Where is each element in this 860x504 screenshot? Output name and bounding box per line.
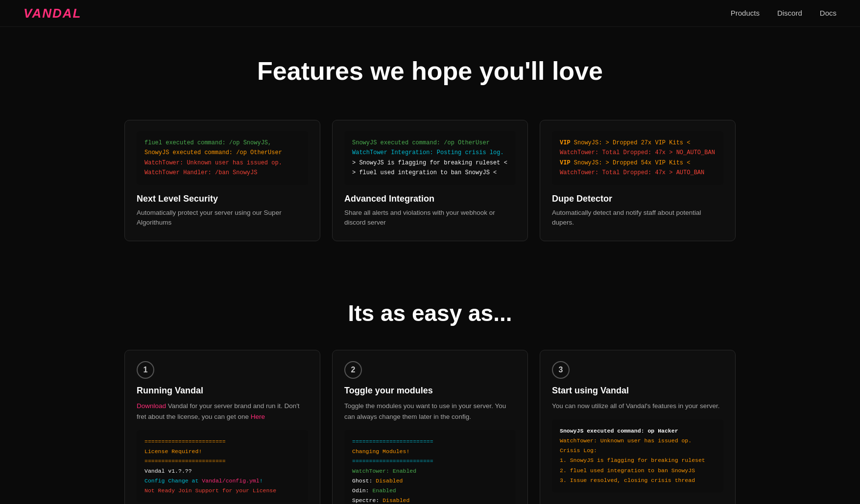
- terminal-line-3: VIP SnowyJS: > Dropped 54x VIP Kits <: [560, 160, 690, 166]
- terminal-line-4: WatchTower Handler: /ban SnowyJS: [144, 169, 257, 176]
- step-card-1: 1 Running Vandal Download Vandal for you…: [124, 350, 320, 504]
- feature-title-integration: Advanced Integration: [344, 194, 516, 204]
- hero-section: Features we hope you'll love: [0, 27, 860, 120]
- terminal-security: fluel executed command: /op SnowyJS, Sno…: [137, 131, 308, 185]
- terminal-integration: SnowyJS executed command: /op OtherUser …: [344, 131, 516, 185]
- steps-title: Its as easy as...: [39, 300, 821, 326]
- terminal-s3-l3: Crisis Log:: [560, 447, 597, 454]
- nav-links: Products Discord Docs: [731, 9, 836, 18]
- nav-item-discord[interactable]: Discord: [777, 9, 802, 18]
- feature-desc-security: Automatically protect your server using …: [137, 208, 308, 229]
- terminal-s1-l5: Config Change at Vandal/config.yml!: [144, 478, 263, 484]
- terminal-s3-l1: SnowyJS executed command: op Hacker: [560, 428, 678, 434]
- terminal-s2-l1: ========================: [352, 438, 433, 445]
- nav-link-discord[interactable]: Discord: [777, 9, 802, 17]
- here-link[interactable]: Here: [251, 413, 265, 420]
- feature-card-integration: SnowyJS executed command: /op OtherUser …: [332, 120, 528, 241]
- feature-title-dupe: Dupe Detector: [552, 194, 723, 204]
- terminal-line-2: WatchTower: Total Dropped: 47x > NO_AUTO…: [560, 149, 715, 156]
- terminal-s3-l6: 3. Issue resolved, closing crisis thread: [560, 477, 695, 483]
- terminal-line-1: VIP SnowyJS: > Dropped 27x VIP Kits <: [560, 139, 690, 146]
- hero-title: Features we hope you'll love: [10, 56, 850, 86]
- terminal-s2-l4: WatchTower: Enabled: [352, 468, 416, 474]
- terminal-step2: ======================== Changing Module…: [344, 430, 516, 504]
- navbar: VANDAL Products Discord Docs: [0, 0, 860, 27]
- terminal-line-2: SnowyJS executed command: /op OtherUser: [144, 149, 282, 156]
- terminal-step1: ======================== License Require…: [137, 430, 308, 503]
- terminal-s1-l4: Vandal v1.?.??: [144, 468, 192, 474]
- step-card-2: 2 Toggle your modules Toggle the modules…: [332, 350, 528, 504]
- step-number-1: 1: [137, 361, 154, 379]
- steps-section: Its as easy as... 1 Running Vandal Downl…: [0, 271, 860, 504]
- step-card-3: 3 Start using Vandal You can now utilize…: [540, 350, 736, 504]
- terminal-s2-l2: Changing Modules!: [352, 448, 409, 455]
- terminal-dupe: VIP SnowyJS: > Dropped 27x VIP Kits < Wa…: [552, 131, 723, 185]
- step-number-2: 2: [344, 361, 362, 379]
- terminal-s1-l3: ========================: [144, 458, 226, 464]
- step-title-1: Running Vandal: [137, 386, 308, 396]
- feature-cards-container: fluel executed command: /op SnowyJS, Sno…: [0, 120, 860, 271]
- step-desc-3: You can now utilize all of Vandal's feat…: [552, 401, 723, 412]
- terminal-line-1: fluel executed command: /op SnowyJS,: [144, 139, 271, 146]
- steps-cards-container: 1 Running Vandal Download Vandal for you…: [39, 350, 821, 504]
- feature-desc-dupe: Automatically detect and notify staff ab…: [552, 208, 723, 229]
- nav-link-docs[interactable]: Docs: [820, 9, 836, 17]
- step-number-3: 3: [552, 361, 570, 379]
- feature-title-security: Next Level Security: [137, 194, 308, 204]
- feature-card-dupe: VIP SnowyJS: > Dropped 27x VIP Kits < Wa…: [540, 120, 736, 241]
- step-title-3: Start using Vandal: [552, 386, 723, 396]
- download-link[interactable]: Download: [137, 402, 166, 410]
- step-desc-1: Download Vandal for your server brand an…: [137, 401, 308, 422]
- terminal-line-2: WatchTower Integration: Posting crisis l…: [352, 149, 504, 156]
- terminal-line-3: > SnowyJS is flagging for breaking rules…: [352, 160, 507, 166]
- terminal-step3: SnowyJS executed command: op Hacker Watc…: [552, 419, 723, 492]
- terminal-s1-l2: License Required!: [144, 448, 202, 455]
- terminal-s3-l4: 1. SnowyJS is flagging for breaking rule…: [560, 457, 705, 463]
- terminal-line-3: WatchTower: Unknown user has issued op.: [144, 160, 282, 166]
- feature-card-security: fluel executed command: /op SnowyJS, Sno…: [124, 120, 320, 241]
- terminal-s2-l6: Odin: Enabled: [352, 487, 396, 494]
- terminal-s2-l3: ========================: [352, 458, 433, 464]
- terminal-s1-l6: Not Ready Join Support for your License: [144, 487, 276, 494]
- feature-desc-integration: Share all alerts and violations with you…: [344, 208, 516, 229]
- terminal-line-1: SnowyJS executed command: /op OtherUser: [352, 139, 490, 146]
- terminal-line-4: > fluel used integration to ban SnowyJS …: [352, 169, 497, 176]
- terminal-s1-l1: ========================: [144, 438, 226, 445]
- nav-link-products[interactable]: Products: [731, 9, 760, 17]
- terminal-s2-l7: Spectre: Disabled: [352, 497, 409, 504]
- terminal-s3-l5: 2. fluel used integration to ban SnowyJS: [560, 467, 695, 474]
- step-desc-2: Toggle the modules you want to use in yo…: [344, 401, 516, 422]
- step-title-2: Toggle your modules: [344, 386, 516, 396]
- nav-item-docs[interactable]: Docs: [820, 9, 836, 18]
- terminal-line-4: WatchTower: Total Dropped: 47x > AUTO_BA…: [560, 169, 704, 176]
- nav-item-products[interactable]: Products: [731, 9, 760, 18]
- terminal-s3-l2: WatchTower: Unknown user has issued op.: [560, 437, 692, 444]
- terminal-s2-l5: Ghost: Disabled: [352, 478, 403, 484]
- logo: VANDAL: [24, 6, 81, 21]
